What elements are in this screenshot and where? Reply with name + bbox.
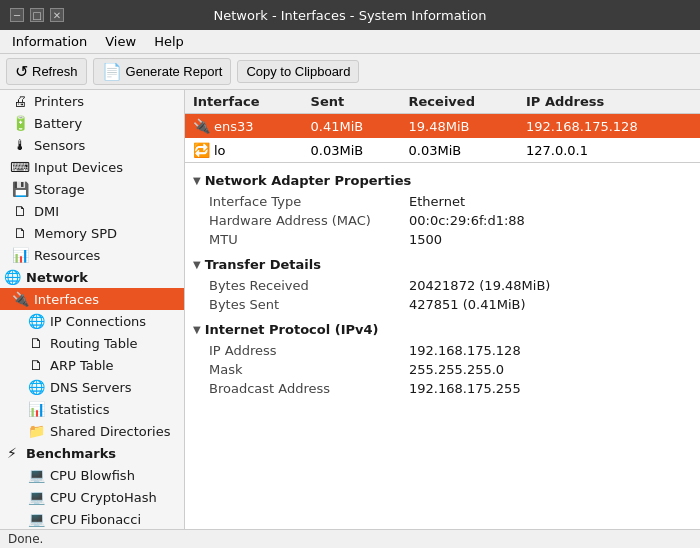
prop-section-header-0[interactable]: ▼ Network Adapter Properties <box>185 169 700 192</box>
sidebar-item-memory-spd[interactable]: 🗋Memory SPD <box>0 222 184 244</box>
prop-row-2-2: Broadcast Address192.168.175.255 <box>185 379 700 398</box>
sidebar-item-network[interactable]: 🌐Network <box>0 266 184 288</box>
refresh-button[interactable]: ↺ Refresh <box>6 58 87 85</box>
sidebar-item-storage[interactable]: 💾Storage <box>0 178 184 200</box>
sidebar-item-input-devices[interactable]: ⌨Input Devices <box>0 156 184 178</box>
prop-row-1-1: Bytes Sent427851 (0.41MiB) <box>185 295 700 314</box>
toolbar: ↺ Refresh 📄 Generate Report Copy to Clip… <box>0 54 700 90</box>
sidebar-label-shared-dirs: Shared Directories <box>50 424 171 439</box>
status-text: Done. <box>8 532 43 546</box>
sidebar-label-ip-connections: IP Connections <box>50 314 146 329</box>
sidebar-item-benchmarks[interactable]: ⚡Benchmarks <box>0 442 184 464</box>
col-header-interface: Interface <box>185 90 303 114</box>
main-area: 🖨Printers🔋Battery🌡Sensors⌨Input Devices💾… <box>0 90 700 529</box>
prop-label-1-1: Bytes Sent <box>209 297 409 312</box>
interfaces-table-container: InterfaceSentReceivedIP Address 🔌ens330.… <box>185 90 700 163</box>
interfaces-table: InterfaceSentReceivedIP Address 🔌ens330.… <box>185 90 700 162</box>
prop-label-2-2: Broadcast Address <box>209 381 409 396</box>
menu-information[interactable]: Information <box>4 32 95 51</box>
prop-section-2: ▼ Internet Protocol (IPv4)IP Address192.… <box>185 318 700 398</box>
cell-interface-1: 🔁lo <box>185 138 303 162</box>
chevron-icon-2: ▼ <box>193 324 201 335</box>
dns-servers-icon: 🌐 <box>28 379 44 395</box>
cell-ip-0: 192.168.175.128 <box>518 114 700 139</box>
interfaces-icon: 🔌 <box>12 291 28 307</box>
title-bar: ─ □ ✕ Network - Interfaces - System Info… <box>0 0 700 30</box>
cell-received-0: 19.48MiB <box>401 114 518 139</box>
prop-value-0-0: Ethernet <box>409 194 465 209</box>
sidebar-item-battery[interactable]: 🔋Battery <box>0 112 184 134</box>
routing-table-icon: 🗋 <box>28 335 44 351</box>
cell-received-1: 0.03MiB <box>401 138 518 162</box>
prop-section-0: ▼ Network Adapter PropertiesInterface Ty… <box>185 169 700 249</box>
cpu-fibonacci-icon: 💻 <box>28 511 44 527</box>
prop-label-0-1: Hardware Address (MAC) <box>209 213 409 228</box>
table-row-1[interactable]: 🔁lo0.03MiB0.03MiB127.0.0.1 <box>185 138 700 162</box>
prop-value-2-1: 255.255.255.0 <box>409 362 504 377</box>
sidebar-item-resources[interactable]: 📊Resources <box>0 244 184 266</box>
sidebar-label-benchmarks: Benchmarks <box>26 446 116 461</box>
prop-section-header-2[interactable]: ▼ Internet Protocol (IPv4) <box>185 318 700 341</box>
table-row-0[interactable]: 🔌ens330.41MiB19.48MiB192.168.175.128 <box>185 114 700 139</box>
sidebar-item-statistics[interactable]: 📊Statistics <box>0 398 184 420</box>
sidebar-label-dmi: DMI <box>34 204 59 219</box>
close-button[interactable]: ✕ <box>50 8 64 22</box>
sensors-icon: 🌡 <box>12 137 28 153</box>
cell-sent-0: 0.41MiB <box>303 114 401 139</box>
sidebar-item-shared-dirs[interactable]: 📁Shared Directories <box>0 420 184 442</box>
sidebar-item-arp-table[interactable]: 🗋ARP Table <box>0 354 184 376</box>
sidebar-item-printers[interactable]: 🖨Printers <box>0 90 184 112</box>
copy-clipboard-button[interactable]: Copy to Clipboard <box>237 60 359 83</box>
iface-icon-1: 🔁 <box>193 142 210 158</box>
col-header-received: Received <box>401 90 518 114</box>
sidebar-label-dns-servers: DNS Servers <box>50 380 132 395</box>
sidebar-label-cpu-fibonacci: CPU Fibonacci <box>50 512 141 527</box>
sidebar-label-resources: Resources <box>34 248 100 263</box>
maximize-button[interactable]: □ <box>30 8 44 22</box>
cell-interface-0: 🔌ens33 <box>185 114 303 139</box>
sidebar-label-interfaces: Interfaces <box>34 292 99 307</box>
sidebar-item-dmi[interactable]: 🗋DMI <box>0 200 184 222</box>
sidebar-item-cpu-cryptohash[interactable]: 💻CPU CryptoHash <box>0 486 184 508</box>
status-bar: Done. <box>0 529 700 548</box>
prop-row-0-2: MTU1500 <box>185 230 700 249</box>
report-icon: 📄 <box>102 62 122 81</box>
refresh-icon: ↺ <box>15 62 28 81</box>
sidebar-item-routing-table[interactable]: 🗋Routing Table <box>0 332 184 354</box>
sidebar-label-storage: Storage <box>34 182 85 197</box>
prop-row-1-0: Bytes Received20421872 (19.48MiB) <box>185 276 700 295</box>
sidebar-item-cpu-blowfish[interactable]: 💻CPU Blowfish <box>0 464 184 486</box>
sidebar-label-network: Network <box>26 270 88 285</box>
sidebar-item-dns-servers[interactable]: 🌐DNS Servers <box>0 376 184 398</box>
sidebar-item-sensors[interactable]: 🌡Sensors <box>0 134 184 156</box>
prop-section-header-1[interactable]: ▼ Transfer Details <box>185 253 700 276</box>
prop-value-1-1: 427851 (0.41MiB) <box>409 297 526 312</box>
printers-icon: 🖨 <box>12 93 28 109</box>
prop-value-1-0: 20421872 (19.48MiB) <box>409 278 550 293</box>
resources-icon: 📊 <box>12 247 28 263</box>
menu-view[interactable]: View <box>97 32 144 51</box>
generate-report-button[interactable]: 📄 Generate Report <box>93 58 232 85</box>
prop-value-2-2: 192.168.175.255 <box>409 381 521 396</box>
network-icon: 🌐 <box>4 269 20 285</box>
benchmarks-icon: ⚡ <box>4 445 20 461</box>
menu-bar: Information View Help <box>0 30 700 54</box>
menu-help[interactable]: Help <box>146 32 192 51</box>
prop-label-0-2: MTU <box>209 232 409 247</box>
sidebar: 🖨Printers🔋Battery🌡Sensors⌨Input Devices💾… <box>0 90 185 529</box>
prop-row-0-1: Hardware Address (MAC)00:0c:29:6f:d1:88 <box>185 211 700 230</box>
memory-spd-icon: 🗋 <box>12 225 28 241</box>
sidebar-item-ip-connections[interactable]: 🌐IP Connections <box>0 310 184 332</box>
sidebar-item-cpu-fibonacci[interactable]: 💻CPU Fibonacci <box>0 508 184 529</box>
arp-table-icon: 🗋 <box>28 357 44 373</box>
shared-dirs-icon: 📁 <box>28 423 44 439</box>
properties-panel: ▼ Network Adapter PropertiesInterface Ty… <box>185 163 700 529</box>
sidebar-label-memory-spd: Memory SPD <box>34 226 117 241</box>
minimize-button[interactable]: ─ <box>10 8 24 22</box>
content-area: InterfaceSentReceivedIP Address 🔌ens330.… <box>185 90 700 529</box>
chevron-icon-1: ▼ <box>193 259 201 270</box>
cpu-cryptohash-icon: 💻 <box>28 489 44 505</box>
sidebar-item-interfaces[interactable]: 🔌Interfaces <box>0 288 184 310</box>
sidebar-label-input-devices: Input Devices <box>34 160 123 175</box>
storage-icon: 💾 <box>12 181 28 197</box>
